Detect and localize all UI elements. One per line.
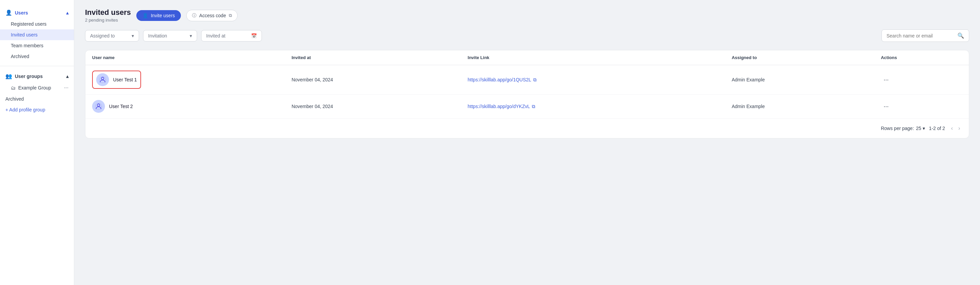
search-input[interactable] <box>886 33 955 38</box>
rows-per-page-label: Rows per page: <box>881 126 914 131</box>
sidebar-group-example-label: Example Group <box>18 85 51 91</box>
invited-at-filter[interactable]: Invited at 📅 <box>201 30 262 41</box>
table-header: User name Invited at Invite Link Assigne… <box>85 50 969 65</box>
dropdown-chevron-icon: ▾ <box>923 126 925 131</box>
svg-point-2 <box>97 104 100 107</box>
actions-menu-button-2[interactable]: ··· <box>881 102 891 111</box>
cell-assigned-to-2: Admin Example <box>725 94 874 118</box>
cell-actions-2: ··· <box>874 94 969 118</box>
table-row: User Test 1 November 04, 2024 https://sk… <box>85 65 969 94</box>
copy-icon[interactable]: ⧉ <box>532 103 535 110</box>
username-2: User Test 2 <box>109 103 133 109</box>
group-dots-menu[interactable]: ··· <box>64 85 68 91</box>
invitation-filter[interactable]: Invitation ▾ <box>143 30 197 41</box>
sidebar-user-groups-label: User groups <box>15 73 43 79</box>
invite-link-2[interactable]: https://skilllab.app/go/dYKZvL ⧉ <box>468 103 718 110</box>
col-actions: Actions <box>874 50 969 65</box>
folder-icon: 🗂 <box>11 85 16 91</box>
search-icon: 🔍 <box>958 32 964 39</box>
main-content: Invited users 2 pending invites 👤 Invite… <box>74 0 980 285</box>
sidebar-group-example[interactable]: 🗂 Example Group ··· <box>0 82 74 94</box>
rows-per-page-value: 25 <box>916 126 921 131</box>
col-invited-at: Invited at <box>285 50 461 65</box>
invite-user-icon: 👤 <box>142 13 148 18</box>
filters-row: Assigned to ▾ Invitation ▾ Invited at 📅 … <box>85 29 969 42</box>
pagination-nav: ‹ › <box>949 124 962 133</box>
username-1: User Test 1 <box>113 77 137 83</box>
cell-actions-1: ··· <box>874 65 969 94</box>
cell-username-2: User Test 2 <box>85 94 285 118</box>
copy-icon[interactable]: ⧉ <box>533 77 536 83</box>
calendar-icon: 📅 <box>251 33 257 38</box>
table-body: User Test 1 November 04, 2024 https://sk… <box>85 65 969 118</box>
table-row: User Test 2 November 04, 2024 https://sk… <box>85 94 969 118</box>
invite-link-1[interactable]: https://skilllab.app/go/1QUS2L ⧉ <box>468 77 718 83</box>
col-username: User name <box>85 50 285 65</box>
sidebar-item-users-archived[interactable]: Archived <box>0 51 74 62</box>
sidebar-users-section: 👤 Users ▴ Registered users Invited users… <box>0 5 74 63</box>
sidebar-user-groups-header[interactable]: 👥 User groups ▴ <box>0 70 74 82</box>
col-invite-link: Invite Link <box>461 50 725 65</box>
rows-per-page-select[interactable]: 25 ▾ <box>916 126 925 131</box>
copy-access-icon: ⧉ <box>229 13 232 18</box>
pagination-row: Rows per page: 25 ▾ 1-2 of 2 ‹ › <box>85 118 969 138</box>
avatar-1 <box>96 73 109 86</box>
sidebar-item-invited-users[interactable]: Invited users <box>0 29 74 40</box>
sidebar-item-team-members[interactable]: Team members <box>0 40 74 51</box>
rows-per-page: Rows per page: 25 ▾ <box>881 126 925 131</box>
info-icon: ⓘ <box>192 13 196 19</box>
cell-invited-at-2: November 04, 2024 <box>285 94 461 118</box>
user-icon: 👤 <box>5 10 12 16</box>
next-page-button[interactable]: › <box>956 124 962 133</box>
svg-point-0 <box>101 77 103 80</box>
prev-page-button[interactable]: ‹ <box>949 124 955 133</box>
users-group-icon: 👥 <box>5 73 12 80</box>
chevron-down-icon: ▴ <box>66 73 68 79</box>
actions-menu-button-1[interactable]: ··· <box>881 75 891 85</box>
invite-users-button[interactable]: 👤 Invite users <box>136 10 181 21</box>
sidebar-user-groups-section: 👥 User groups ▴ 🗂 Example Group ··· Arch… <box>0 69 74 116</box>
chevron-down-icon: ▾ <box>132 33 134 38</box>
cell-username-1: User Test 1 <box>85 65 285 94</box>
avatar-2 <box>92 100 105 113</box>
sidebar-divider <box>0 66 74 66</box>
cell-invited-at-1: November 04, 2024 <box>285 65 461 94</box>
page-header: Invited users 2 pending invites 👤 Invite… <box>85 8 969 22</box>
add-profile-group-button[interactable]: + Add profile group <box>0 104 74 115</box>
sidebar-users-header[interactable]: 👤 Users ▴ <box>0 7 74 19</box>
cell-invite-link-2: https://skilllab.app/go/dYKZvL ⧉ <box>461 94 725 118</box>
chevron-up-icon: ▴ <box>66 10 68 16</box>
sidebar-item-registered-users[interactable]: Registered users <box>0 19 74 29</box>
cell-assigned-to-1: Admin Example <box>725 65 874 94</box>
chevron-down-icon: ▾ <box>190 33 192 38</box>
users-table: User name Invited at Invite Link Assigne… <box>85 50 969 118</box>
page-title: Invited users <box>85 8 131 17</box>
assigned-to-filter[interactable]: Assigned to ▾ <box>85 30 139 41</box>
title-group: Invited users 2 pending invites <box>85 8 131 22</box>
search-box[interactable]: 🔍 <box>881 29 969 42</box>
cell-invite-link-1: https://skilllab.app/go/1QUS2L ⧉ <box>461 65 725 94</box>
page-subtitle: 2 pending invites <box>85 18 131 22</box>
pagination-range: 1-2 of 2 <box>929 126 945 131</box>
users-table-container: User name Invited at Invite Link Assigne… <box>85 50 969 139</box>
sidebar-users-label: Users <box>15 10 28 16</box>
col-assigned-to: Assigned to <box>725 50 874 65</box>
sidebar: 👤 Users ▴ Registered users Invited users… <box>0 0 74 285</box>
sidebar-item-groups-archived[interactable]: Archived <box>0 94 74 104</box>
access-code-button[interactable]: ⓘ Access code ⧉ <box>186 10 237 21</box>
